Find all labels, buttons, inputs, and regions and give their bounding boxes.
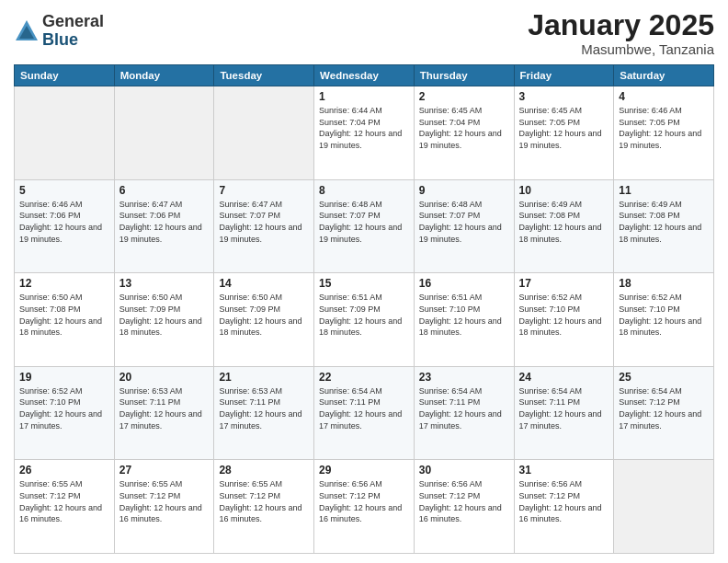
day-info: Sunrise: 6:54 AM Sunset: 7:11 PM Dayligh… [519,385,609,431]
table-row: 30Sunrise: 6:56 AM Sunset: 7:12 PM Dayli… [414,460,514,554]
header: General Blue January 2025 Masumbwe, Tanz… [14,9,714,57]
day-info: Sunrise: 6:47 AM Sunset: 7:06 PM Dayligh… [119,199,210,245]
table-row: 13Sunrise: 6:50 AM Sunset: 7:09 PM Dayli… [114,273,214,367]
col-monday: Monday [114,65,214,86]
table-row: 11Sunrise: 6:49 AM Sunset: 7:08 PM Dayli… [614,179,714,273]
day-number: 27 [119,464,210,477]
logo-general-text: General [42,13,104,31]
day-number: 20 [119,371,210,384]
col-tuesday: Tuesday [214,65,314,86]
day-info: Sunrise: 6:45 AM Sunset: 7:04 PM Dayligh… [419,105,509,151]
day-number: 3 [519,90,609,103]
calendar-week-1: 1Sunrise: 6:44 AM Sunset: 7:04 PM Daylig… [15,86,714,180]
day-number: 22 [319,371,409,384]
location-subtitle: Masumbwe, Tanzania [528,41,714,57]
calendar-week-2: 5Sunrise: 6:46 AM Sunset: 7:06 PM Daylig… [15,179,714,273]
day-info: Sunrise: 6:49 AM Sunset: 7:08 PM Dayligh… [619,199,709,245]
table-row: 22Sunrise: 6:54 AM Sunset: 7:11 PM Dayli… [314,366,415,460]
logo: General Blue [14,13,104,50]
day-info: Sunrise: 6:50 AM Sunset: 7:08 PM Dayligh… [19,292,109,338]
logo-text: General Blue [42,13,104,50]
calendar-table: Sunday Monday Tuesday Wednesday Thursday… [14,64,714,554]
day-info: Sunrise: 6:48 AM Sunset: 7:07 PM Dayligh… [319,199,409,245]
calendar-week-4: 19Sunrise: 6:52 AM Sunset: 7:10 PM Dayli… [15,366,714,460]
day-number: 2 [419,90,509,103]
day-number: 25 [619,371,709,384]
day-info: Sunrise: 6:49 AM Sunset: 7:08 PM Dayligh… [519,199,609,245]
day-number: 12 [19,277,109,290]
day-info: Sunrise: 6:54 AM Sunset: 7:11 PM Dayligh… [419,385,509,431]
day-number: 11 [619,184,709,197]
table-row: 14Sunrise: 6:50 AM Sunset: 7:09 PM Dayli… [214,273,314,367]
day-info: Sunrise: 6:47 AM Sunset: 7:07 PM Dayligh… [219,199,309,245]
day-number: 18 [619,277,709,290]
day-number: 1 [319,90,409,103]
day-number: 31 [519,464,609,477]
day-number: 13 [119,277,210,290]
day-number: 28 [219,464,309,477]
day-number: 14 [219,277,309,290]
table-row: 28Sunrise: 6:55 AM Sunset: 7:12 PM Dayli… [214,460,314,554]
table-row: 17Sunrise: 6:52 AM Sunset: 7:10 PM Dayli… [514,273,614,367]
table-row: 4Sunrise: 6:46 AM Sunset: 7:05 PM Daylig… [614,86,714,180]
table-row [214,86,314,180]
table-row: 5Sunrise: 6:46 AM Sunset: 7:06 PM Daylig… [15,179,115,273]
table-row: 25Sunrise: 6:54 AM Sunset: 7:12 PM Dayli… [614,366,714,460]
day-info: Sunrise: 6:51 AM Sunset: 7:10 PM Dayligh… [419,292,509,338]
day-number: 16 [419,277,509,290]
day-info: Sunrise: 6:56 AM Sunset: 7:12 PM Dayligh… [419,478,509,524]
table-row: 26Sunrise: 6:55 AM Sunset: 7:12 PM Dayli… [15,460,115,554]
table-row: 10Sunrise: 6:49 AM Sunset: 7:08 PM Dayli… [514,179,614,273]
table-row [15,86,115,180]
day-info: Sunrise: 6:50 AM Sunset: 7:09 PM Dayligh… [219,292,309,338]
table-row: 9Sunrise: 6:48 AM Sunset: 7:07 PM Daylig… [414,179,514,273]
table-row: 3Sunrise: 6:45 AM Sunset: 7:05 PM Daylig… [514,86,614,180]
col-wednesday: Wednesday [314,65,415,86]
table-row: 8Sunrise: 6:48 AM Sunset: 7:07 PM Daylig… [314,179,415,273]
day-info: Sunrise: 6:52 AM Sunset: 7:10 PM Dayligh… [619,292,709,338]
day-number: 23 [419,371,509,384]
day-number: 15 [319,277,409,290]
table-row: 16Sunrise: 6:51 AM Sunset: 7:10 PM Dayli… [414,273,514,367]
table-row: 21Sunrise: 6:53 AM Sunset: 7:11 PM Dayli… [214,366,314,460]
table-row [614,460,714,554]
month-title: January 2025 [528,9,714,41]
day-number: 30 [419,464,509,477]
logo-icon [14,18,40,44]
day-info: Sunrise: 6:53 AM Sunset: 7:11 PM Dayligh… [219,385,309,431]
day-info: Sunrise: 6:55 AM Sunset: 7:12 PM Dayligh… [119,478,210,524]
table-row: 12Sunrise: 6:50 AM Sunset: 7:08 PM Dayli… [15,273,115,367]
title-block: January 2025 Masumbwe, Tanzania [528,9,714,57]
day-info: Sunrise: 6:54 AM Sunset: 7:11 PM Dayligh… [319,385,409,431]
day-number: 8 [319,184,409,197]
table-row: 19Sunrise: 6:52 AM Sunset: 7:10 PM Dayli… [15,366,115,460]
table-row: 23Sunrise: 6:54 AM Sunset: 7:11 PM Dayli… [414,366,514,460]
day-info: Sunrise: 6:45 AM Sunset: 7:05 PM Dayligh… [519,105,609,151]
day-info: Sunrise: 6:55 AM Sunset: 7:12 PM Dayligh… [219,478,309,524]
day-number: 5 [19,184,109,197]
day-info: Sunrise: 6:55 AM Sunset: 7:12 PM Dayligh… [19,478,109,524]
day-info: Sunrise: 6:46 AM Sunset: 7:05 PM Dayligh… [619,105,709,151]
table-row: 27Sunrise: 6:55 AM Sunset: 7:12 PM Dayli… [114,460,214,554]
day-number: 24 [519,371,609,384]
table-row: 2Sunrise: 6:45 AM Sunset: 7:04 PM Daylig… [414,86,514,180]
day-number: 21 [219,371,309,384]
day-number: 7 [219,184,309,197]
day-number: 9 [419,184,509,197]
day-info: Sunrise: 6:56 AM Sunset: 7:12 PM Dayligh… [519,478,609,524]
table-row: 7Sunrise: 6:47 AM Sunset: 7:07 PM Daylig… [214,179,314,273]
day-info: Sunrise: 6:44 AM Sunset: 7:04 PM Dayligh… [319,105,409,151]
calendar-header-row: Sunday Monday Tuesday Wednesday Thursday… [15,65,714,86]
col-friday: Friday [514,65,614,86]
day-info: Sunrise: 6:51 AM Sunset: 7:09 PM Dayligh… [319,292,409,338]
table-row: 1Sunrise: 6:44 AM Sunset: 7:04 PM Daylig… [314,86,415,180]
table-row: 6Sunrise: 6:47 AM Sunset: 7:06 PM Daylig… [114,179,214,273]
page: General Blue January 2025 Masumbwe, Tanz… [0,0,728,563]
table-row: 29Sunrise: 6:56 AM Sunset: 7:12 PM Dayli… [314,460,415,554]
col-sunday: Sunday [15,65,115,86]
day-number: 10 [519,184,609,197]
day-info: Sunrise: 6:54 AM Sunset: 7:12 PM Dayligh… [619,385,709,431]
day-info: Sunrise: 6:46 AM Sunset: 7:06 PM Dayligh… [19,199,109,245]
day-number: 26 [19,464,109,477]
day-info: Sunrise: 6:56 AM Sunset: 7:12 PM Dayligh… [319,478,409,524]
